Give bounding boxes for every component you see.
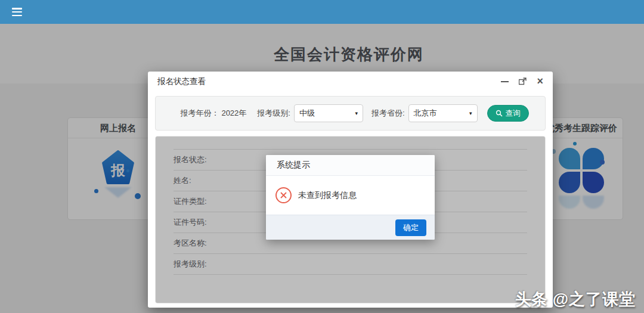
search-button-label: 查询: [506, 109, 521, 119]
exam-level-selected: 中级: [299, 108, 315, 119]
hamburger-menu-icon[interactable]: [12, 8, 22, 16]
exam-province-selected: 北京市: [414, 108, 437, 119]
chevron-down-icon: ▾: [355, 110, 358, 116]
confirm-button[interactable]: 确定: [395, 219, 426, 236]
dialog-footer: 确定: [266, 215, 435, 240]
modal-header: 报名状态查看 ×: [148, 72, 553, 91]
chevron-down-icon: ▾: [469, 110, 472, 116]
close-icon[interactable]: ×: [537, 78, 543, 85]
dialog-title: 系统提示: [266, 155, 435, 176]
watermark-handle: @之了课堂: [553, 289, 636, 310]
registration-status-modal: 报名状态查看 × 报考年份： 2022年 报考级别: 中级 ▾ 报考省份:: [148, 72, 553, 308]
exam-province-label: 报考省份:: [371, 108, 405, 119]
dialog-message: 未查到报考信息: [298, 190, 357, 201]
minimize-icon[interactable]: [501, 81, 509, 82]
exam-year-value: 2022年: [221, 108, 246, 119]
search-icon: [496, 110, 503, 117]
system-prompt-dialog: 系统提示 未查到报考信息 确定: [266, 155, 435, 240]
exam-province-select[interactable]: 北京市 ▾: [408, 104, 478, 122]
modal-title: 报名状态查看: [157, 76, 206, 87]
watermark-brand: 头条: [515, 289, 547, 310]
window-controls: ×: [501, 78, 543, 85]
watermark: 头条 @之了课堂: [515, 289, 636, 310]
error-circle-icon: [275, 187, 292, 203]
exam-year-label: 报考年份：: [180, 108, 219, 119]
dialog-body: 未查到报考信息: [266, 176, 435, 215]
filter-panel: 报考年份： 2022年 报考级别: 中级 ▾ 报考省份: 北京市 ▾ 查询: [155, 96, 546, 131]
screen: 全国会计资格评价网 网上报名 报 优秀考生跟踪评价: [0, 0, 644, 313]
search-button[interactable]: 查询: [487, 105, 529, 122]
exam-level-select[interactable]: 中级 ▾: [294, 104, 363, 122]
exam-level-label: 报考级别:: [257, 108, 290, 119]
top-navbar: [0, 0, 644, 24]
maximize-icon[interactable]: [519, 78, 527, 85]
